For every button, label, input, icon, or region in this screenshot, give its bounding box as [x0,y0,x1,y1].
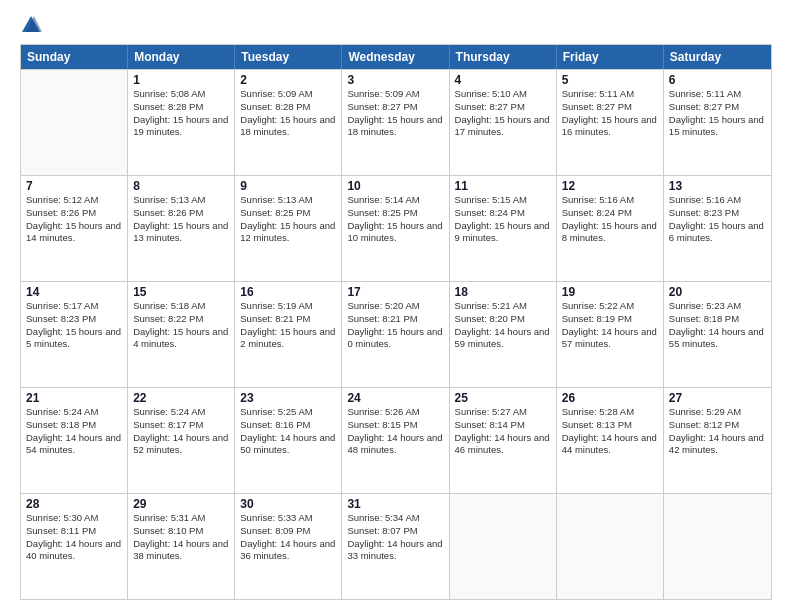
day-number: 5 [562,73,658,87]
day-number: 21 [26,391,122,405]
calendar-cell [21,70,128,175]
day-info: Sunrise: 5:16 AMSunset: 8:23 PMDaylight:… [669,194,766,245]
header-day: Tuesday [235,45,342,69]
calendar-cell: 5Sunrise: 5:11 AMSunset: 8:27 PMDaylight… [557,70,664,175]
calendar-cell: 1Sunrise: 5:08 AMSunset: 8:28 PMDaylight… [128,70,235,175]
day-info: Sunrise: 5:08 AMSunset: 8:28 PMDaylight:… [133,88,229,139]
calendar-cell: 15Sunrise: 5:18 AMSunset: 8:22 PMDayligh… [128,282,235,387]
calendar-cell [664,494,771,599]
calendar-cell: 22Sunrise: 5:24 AMSunset: 8:17 PMDayligh… [128,388,235,493]
header-day: Thursday [450,45,557,69]
calendar: SundayMondayTuesdayWednesdayThursdayFrid… [20,44,772,600]
calendar-cell: 13Sunrise: 5:16 AMSunset: 8:23 PMDayligh… [664,176,771,281]
day-info: Sunrise: 5:24 AMSunset: 8:17 PMDaylight:… [133,406,229,457]
calendar-cell: 26Sunrise: 5:28 AMSunset: 8:13 PMDayligh… [557,388,664,493]
calendar-cell: 20Sunrise: 5:23 AMSunset: 8:18 PMDayligh… [664,282,771,387]
day-number: 17 [347,285,443,299]
calendar-cell: 27Sunrise: 5:29 AMSunset: 8:12 PMDayligh… [664,388,771,493]
day-number: 4 [455,73,551,87]
day-number: 16 [240,285,336,299]
day-number: 24 [347,391,443,405]
header-day: Monday [128,45,235,69]
day-number: 15 [133,285,229,299]
day-info: Sunrise: 5:14 AMSunset: 8:25 PMDaylight:… [347,194,443,245]
day-number: 31 [347,497,443,511]
day-number: 7 [26,179,122,193]
day-info: Sunrise: 5:09 AMSunset: 8:28 PMDaylight:… [240,88,336,139]
day-number: 13 [669,179,766,193]
calendar-cell: 9Sunrise: 5:13 AMSunset: 8:25 PMDaylight… [235,176,342,281]
day-info: Sunrise: 5:29 AMSunset: 8:12 PMDaylight:… [669,406,766,457]
day-info: Sunrise: 5:24 AMSunset: 8:18 PMDaylight:… [26,406,122,457]
page: SundayMondayTuesdayWednesdayThursdayFrid… [0,0,792,612]
day-number: 23 [240,391,336,405]
calendar-cell: 29Sunrise: 5:31 AMSunset: 8:10 PMDayligh… [128,494,235,599]
day-number: 29 [133,497,229,511]
calendar-cell: 10Sunrise: 5:14 AMSunset: 8:25 PMDayligh… [342,176,449,281]
day-info: Sunrise: 5:33 AMSunset: 8:09 PMDaylight:… [240,512,336,563]
calendar-cell: 7Sunrise: 5:12 AMSunset: 8:26 PMDaylight… [21,176,128,281]
day-info: Sunrise: 5:21 AMSunset: 8:20 PMDaylight:… [455,300,551,351]
day-number: 6 [669,73,766,87]
day-info: Sunrise: 5:30 AMSunset: 8:11 PMDaylight:… [26,512,122,563]
calendar-cell: 19Sunrise: 5:22 AMSunset: 8:19 PMDayligh… [557,282,664,387]
calendar-cell [450,494,557,599]
day-info: Sunrise: 5:09 AMSunset: 8:27 PMDaylight:… [347,88,443,139]
header-day: Wednesday [342,45,449,69]
day-info: Sunrise: 5:11 AMSunset: 8:27 PMDaylight:… [669,88,766,139]
calendar-cell: 2Sunrise: 5:09 AMSunset: 8:28 PMDaylight… [235,70,342,175]
calendar-cell: 14Sunrise: 5:17 AMSunset: 8:23 PMDayligh… [21,282,128,387]
calendar-row: 1Sunrise: 5:08 AMSunset: 8:28 PMDaylight… [21,69,771,175]
calendar-cell: 31Sunrise: 5:34 AMSunset: 8:07 PMDayligh… [342,494,449,599]
calendar-cell: 16Sunrise: 5:19 AMSunset: 8:21 PMDayligh… [235,282,342,387]
day-number: 10 [347,179,443,193]
day-info: Sunrise: 5:13 AMSunset: 8:26 PMDaylight:… [133,194,229,245]
day-info: Sunrise: 5:31 AMSunset: 8:10 PMDaylight:… [133,512,229,563]
day-info: Sunrise: 5:18 AMSunset: 8:22 PMDaylight:… [133,300,229,351]
day-info: Sunrise: 5:10 AMSunset: 8:27 PMDaylight:… [455,88,551,139]
day-info: Sunrise: 5:19 AMSunset: 8:21 PMDaylight:… [240,300,336,351]
day-info: Sunrise: 5:12 AMSunset: 8:26 PMDaylight:… [26,194,122,245]
day-number: 8 [133,179,229,193]
day-number: 14 [26,285,122,299]
calendar-cell: 3Sunrise: 5:09 AMSunset: 8:27 PMDaylight… [342,70,449,175]
day-info: Sunrise: 5:25 AMSunset: 8:16 PMDaylight:… [240,406,336,457]
day-number: 2 [240,73,336,87]
calendar-cell: 18Sunrise: 5:21 AMSunset: 8:20 PMDayligh… [450,282,557,387]
day-info: Sunrise: 5:13 AMSunset: 8:25 PMDaylight:… [240,194,336,245]
day-number: 22 [133,391,229,405]
day-number: 3 [347,73,443,87]
day-number: 12 [562,179,658,193]
header-day: Friday [557,45,664,69]
calendar-cell: 8Sunrise: 5:13 AMSunset: 8:26 PMDaylight… [128,176,235,281]
day-info: Sunrise: 5:28 AMSunset: 8:13 PMDaylight:… [562,406,658,457]
day-number: 27 [669,391,766,405]
day-number: 25 [455,391,551,405]
calendar-row: 14Sunrise: 5:17 AMSunset: 8:23 PMDayligh… [21,281,771,387]
day-info: Sunrise: 5:34 AMSunset: 8:07 PMDaylight:… [347,512,443,563]
calendar-header: SundayMondayTuesdayWednesdayThursdayFrid… [21,45,771,69]
logo-icon [20,14,42,36]
header-day: Saturday [664,45,771,69]
day-number: 28 [26,497,122,511]
day-info: Sunrise: 5:26 AMSunset: 8:15 PMDaylight:… [347,406,443,457]
calendar-cell: 28Sunrise: 5:30 AMSunset: 8:11 PMDayligh… [21,494,128,599]
calendar-cell: 6Sunrise: 5:11 AMSunset: 8:27 PMDaylight… [664,70,771,175]
day-info: Sunrise: 5:16 AMSunset: 8:24 PMDaylight:… [562,194,658,245]
calendar-cell: 11Sunrise: 5:15 AMSunset: 8:24 PMDayligh… [450,176,557,281]
day-number: 30 [240,497,336,511]
day-number: 26 [562,391,658,405]
calendar-cell: 30Sunrise: 5:33 AMSunset: 8:09 PMDayligh… [235,494,342,599]
day-number: 19 [562,285,658,299]
calendar-cell: 25Sunrise: 5:27 AMSunset: 8:14 PMDayligh… [450,388,557,493]
calendar-row: 21Sunrise: 5:24 AMSunset: 8:18 PMDayligh… [21,387,771,493]
calendar-cell [557,494,664,599]
day-number: 11 [455,179,551,193]
day-info: Sunrise: 5:20 AMSunset: 8:21 PMDaylight:… [347,300,443,351]
day-info: Sunrise: 5:17 AMSunset: 8:23 PMDaylight:… [26,300,122,351]
day-info: Sunrise: 5:22 AMSunset: 8:19 PMDaylight:… [562,300,658,351]
day-info: Sunrise: 5:27 AMSunset: 8:14 PMDaylight:… [455,406,551,457]
calendar-cell: 4Sunrise: 5:10 AMSunset: 8:27 PMDaylight… [450,70,557,175]
calendar-row: 7Sunrise: 5:12 AMSunset: 8:26 PMDaylight… [21,175,771,281]
calendar-cell: 21Sunrise: 5:24 AMSunset: 8:18 PMDayligh… [21,388,128,493]
